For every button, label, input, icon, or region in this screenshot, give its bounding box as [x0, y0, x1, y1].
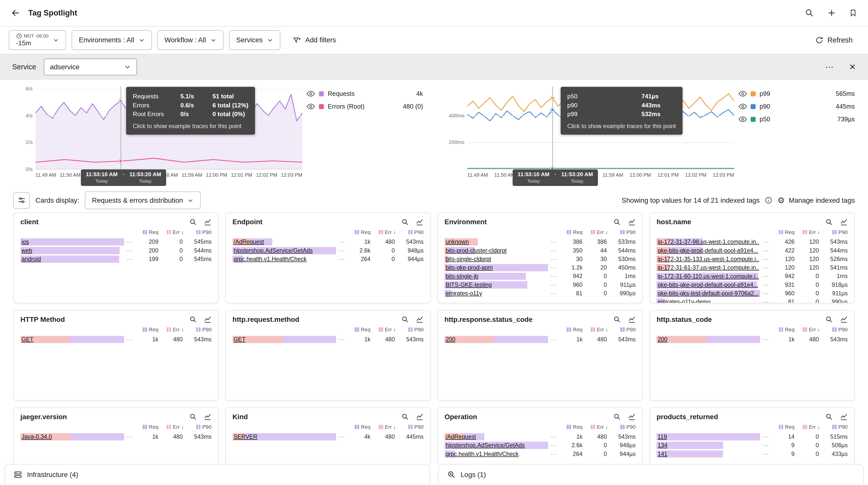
tag-value-link[interactable]: /AdRequest: [445, 433, 476, 441]
row-menu-icon[interactable]: ⋯: [762, 298, 770, 303]
tag-value-link[interactable]: ios: [22, 238, 29, 246]
row-menu-icon[interactable]: ⋯: [549, 442, 558, 449]
tag-value-link[interactable]: bits-single-cldprpt: [445, 256, 491, 263]
card-chart-icon[interactable]: [416, 413, 424, 421]
row-menu-icon[interactable]: ⋯: [762, 238, 770, 246]
row-menu-icon[interactable]: ⋯: [762, 272, 770, 280]
more-options-icon[interactable]: ⋯: [825, 62, 833, 72]
column-err[interactable]: Err↓: [370, 327, 396, 332]
card-chart-icon[interactable]: [840, 218, 848, 226]
add-filters-button[interactable]: Add filters: [286, 30, 343, 50]
tag-value-link[interactable]: gke-bits-gke-prod-default-pool-a91e4...: [658, 247, 758, 254]
tag-value-link[interactable]: 119: [658, 433, 667, 441]
row-menu-icon[interactable]: ⋯: [762, 336, 770, 343]
chart-tooltip[interactable]: p50741µsp90443msp99532ms Click to show e…: [561, 87, 683, 135]
row-menu-icon[interactable]: ⋯: [337, 336, 346, 343]
row-menu-icon[interactable]: ⋯: [762, 256, 770, 263]
column-err[interactable]: Err↓: [370, 229, 396, 235]
services-filter[interactable]: Services: [229, 30, 280, 50]
card-chart-icon[interactable]: [204, 413, 212, 421]
column-p90[interactable]: P90: [608, 229, 636, 235]
row-menu-icon[interactable]: ⋯: [762, 433, 770, 441]
row-menu-icon[interactable]: ⋯: [549, 272, 558, 280]
add-icon[interactable]: [827, 8, 836, 17]
toggle-visibility-eye-icon[interactable]: [307, 102, 315, 110]
column-err[interactable]: Err↓: [582, 424, 608, 430]
toggle-visibility-eye-icon[interactable]: [307, 90, 315, 98]
card-chart-icon[interactable]: [628, 218, 636, 226]
column-err[interactable]: Err↓: [582, 229, 608, 235]
search-icon[interactable]: [805, 8, 814, 17]
row-menu-icon[interactable]: ⋯: [125, 256, 134, 263]
card-search-icon[interactable]: [401, 219, 409, 226]
row-menu-icon[interactable]: ⋯: [549, 450, 558, 458]
toggle-visibility-eye-icon[interactable]: [739, 90, 747, 98]
column-p90[interactable]: P90: [820, 424, 848, 430]
card-chart-icon[interactable]: [416, 218, 424, 226]
tag-value-link[interactable]: hipstershop.AdService/GetAds: [445, 442, 525, 449]
tag-value-link[interactable]: ip-172-31-35-133.us-west-1.compute.i...: [658, 256, 760, 263]
tag-value-link[interactable]: GET: [22, 336, 34, 343]
bookmark-icon[interactable]: [849, 8, 857, 17]
row-menu-icon[interactable]: ⋯: [337, 433, 346, 441]
column-req[interactable]: Req: [557, 229, 583, 235]
time-range-picker[interactable]: MDT -06:00 -15m: [9, 30, 66, 50]
column-err[interactable]: Err↓: [795, 424, 820, 430]
tag-value-link[interactable]: SERVER: [234, 433, 257, 441]
card-search-icon[interactable]: [826, 413, 833, 420]
column-err[interactable]: Err↓: [370, 424, 396, 430]
column-req[interactable]: Req: [133, 229, 158, 235]
tag-value-link[interactable]: bits-prod-cluster-cldprpt: [445, 247, 506, 254]
tag-value-link[interactable]: BITS-GKE-testing: [445, 281, 492, 289]
infrastructure-tab[interactable]: Infrastructure (4): [4, 464, 430, 485]
column-err[interactable]: Err↓: [795, 229, 820, 235]
display-settings-button[interactable]: [13, 192, 30, 209]
info-icon[interactable]: [765, 196, 772, 204]
tag-value-link[interactable]: android: [22, 256, 41, 263]
tag-value-link[interactable]: unknown: [445, 238, 469, 246]
row-menu-icon[interactable]: ⋯: [762, 450, 770, 458]
column-req[interactable]: Req: [133, 327, 158, 332]
tag-value-link[interactable]: ip-172-31-37-98.us-west-1.compute.in...: [658, 238, 760, 246]
tag-value-link[interactable]: 200: [445, 336, 455, 343]
tag-value-link[interactable]: bits-single-jb: [445, 273, 478, 280]
tag-value-link[interactable]: 134: [658, 442, 668, 449]
service-select[interactable]: adservice: [44, 59, 137, 75]
toggle-visibility-eye-icon[interactable]: [739, 115, 747, 123]
tag-value-link[interactable]: grpc.health.v1.Health/Check: [445, 450, 519, 458]
workflow-filter[interactable]: Workflow : All: [157, 30, 223, 50]
card-chart-icon[interactable]: [416, 316, 424, 323]
column-err[interactable]: Err↓: [158, 229, 184, 235]
column-p90[interactable]: P90: [608, 424, 636, 430]
cursor-point[interactable]: [550, 108, 554, 111]
close-icon[interactable]: ✕: [849, 62, 856, 72]
chart-tooltip[interactable]: Requests5.1/s51 totalErrors0.6/s6 total …: [126, 87, 255, 135]
card-chart-icon[interactable]: [204, 218, 212, 226]
cards-display-select[interactable]: Requests & errors distribution: [85, 191, 201, 209]
column-req[interactable]: Req: [345, 424, 370, 430]
card-chart-icon[interactable]: [840, 316, 848, 323]
column-req[interactable]: Req: [769, 229, 795, 235]
card-search-icon[interactable]: [401, 413, 409, 420]
tag-value-link[interactable]: /AdRequest: [234, 238, 264, 246]
card-chart-icon[interactable]: [628, 316, 636, 323]
tag-value-link[interactable]: 200: [658, 336, 668, 343]
card-search-icon[interactable]: [614, 316, 621, 323]
row-menu-icon[interactable]: ⋯: [549, 256, 558, 263]
column-p90[interactable]: P90: [396, 424, 424, 430]
column-req[interactable]: Req: [769, 327, 795, 332]
logs-tab[interactable]: Logs (1): [438, 464, 864, 485]
row-menu-icon[interactable]: ⋯: [549, 433, 558, 441]
card-search-icon[interactable]: [826, 316, 833, 323]
tag-value-link[interactable]: bits-gke-prod-apm: [445, 264, 493, 271]
row-menu-icon[interactable]: ⋯: [337, 238, 346, 246]
row-menu-icon[interactable]: ⋯: [762, 281, 770, 289]
column-err[interactable]: Err↓: [158, 327, 184, 332]
card-search-icon[interactable]: [189, 219, 197, 226]
requests-chart-plot[interactable]: Requests5.1/s51 totalErrors0.6/s6 total …: [35, 86, 302, 169]
card-search-icon[interactable]: [614, 413, 621, 420]
tag-value-link[interactable]: gke-bits-gks-test-default-pool-9706a2...: [658, 290, 759, 297]
card-search-icon[interactable]: [189, 413, 197, 420]
column-p90[interactable]: P90: [608, 327, 636, 332]
row-menu-icon[interactable]: ⋯: [762, 442, 770, 449]
